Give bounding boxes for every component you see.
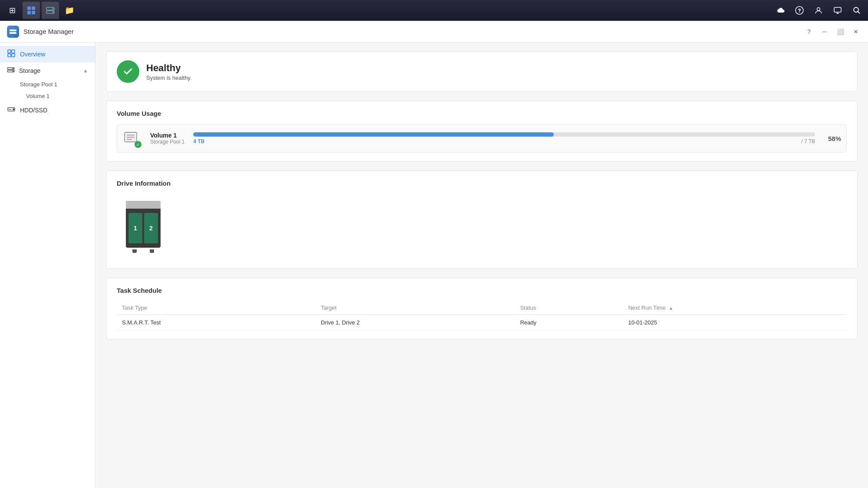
task-schedule-title: Task Schedule: [117, 287, 847, 294]
storage-icon: [7, 66, 15, 75]
health-description: System is healthy.: [146, 75, 192, 81]
table-row: S.M.A.R.T. Test Drive 1, Drive 2 Ready 1…: [117, 315, 847, 331]
nas-top: [126, 201, 161, 209]
svg-rect-22: [8, 54, 11, 57]
svg-rect-34: [127, 139, 132, 140]
col-task-type: Task Type: [117, 301, 316, 315]
volume-row: ✓ Volume 1 Storage Pool 1 4 TB /: [117, 124, 847, 153]
volume-usage-title: Volume Usage: [117, 110, 847, 117]
sidebar-item-volume-1[interactable]: Volume 1: [0, 90, 95, 102]
sidebar-item-overview[interactable]: Overview: [0, 46, 95, 62]
maximize-button[interactable]: ⬜: [835, 26, 845, 37]
storage-label: Storage: [19, 67, 40, 74]
svg-point-10: [817, 8, 820, 11]
taskbar: ⊞ 📁: [0, 0, 868, 21]
taskbar-app-files[interactable]: [23, 2, 40, 19]
drive-info-title: Drive Information: [117, 180, 847, 187]
volume-used: 4 TB: [193, 138, 204, 144]
taskbar-app-folder[interactable]: 📁: [61, 2, 78, 19]
svg-rect-1: [32, 7, 35, 10]
app-logo: [7, 26, 19, 38]
health-text: Healthy System is healthy.: [146, 62, 192, 81]
svg-point-7: [53, 12, 54, 13]
svg-rect-11: [834, 7, 841, 12]
overview-icon: [7, 49, 16, 59]
help-button[interactable]: ?: [804, 26, 814, 37]
storage-arrow-icon: ▲: [83, 68, 88, 74]
svg-rect-2: [27, 11, 31, 14]
drive-information-card: Drive Information 1 2: [106, 170, 858, 269]
health-icon: [117, 60, 139, 83]
health-status: Healthy: [146, 62, 192, 74]
taskbar-user-icon[interactable]: [811, 3, 826, 18]
svg-rect-3: [32, 11, 35, 14]
volume-check-icon: ✓: [135, 141, 141, 148]
drive-visual: 1 2: [117, 194, 847, 260]
svg-line-15: [858, 12, 860, 14]
svg-point-26: [13, 68, 13, 69]
svg-point-29: [13, 109, 14, 110]
nas-case: 1 2: [124, 201, 163, 253]
progress-labels: 4 TB / 7 TB: [193, 138, 815, 144]
drive-bay-1: 1: [128, 213, 142, 243]
nas-body: 1 2: [126, 209, 161, 248]
svg-point-19: [15, 33, 16, 33]
nas-feet: [126, 249, 161, 253]
overview-label: Overview: [20, 51, 45, 58]
svg-rect-23: [12, 54, 15, 57]
nas-foot-right: [150, 249, 154, 253]
svg-point-6: [53, 8, 54, 10]
drive-bay-2: 2: [144, 213, 158, 243]
taskbar-display-icon[interactable]: [830, 3, 845, 18]
cell-task-type: S.M.A.R.T. Test: [117, 315, 316, 331]
sort-arrow-icon: ▲: [669, 306, 673, 311]
minimize-button[interactable]: ─: [819, 26, 830, 37]
app-title: Storage Manager: [23, 28, 74, 35]
title-bar-controls: ? ─ ⬜ ✕: [804, 26, 861, 37]
content-area: Healthy System is healthy. Volume Usage: [95, 43, 868, 488]
volume-percent: 58%: [824, 135, 841, 142]
table-header-row: Task Type Target Status Next Run Time ▲: [117, 301, 847, 315]
svg-rect-0: [27, 7, 31, 10]
svg-point-18: [15, 30, 16, 31]
volume-usage-card: Volume Usage ✓ Volume 1 Storage Pool: [106, 101, 858, 162]
sidebar-item-hdd-ssd[interactable]: HDD/SSD: [0, 102, 95, 118]
taskbar-cloud-icon[interactable]: [773, 3, 788, 18]
col-next-run-time[interactable]: Next Run Time ▲: [623, 301, 847, 315]
nas-foot-left: [132, 249, 137, 253]
progress-bar: [193, 132, 815, 137]
sidebar-item-storage[interactable]: Storage ▲: [0, 62, 95, 79]
svg-rect-32: [127, 134, 135, 136]
volume-pool-name: Storage Pool 1: [150, 139, 184, 145]
taskbar-search-icon[interactable]: [849, 3, 865, 18]
volume-total: / 7 TB: [801, 138, 815, 144]
svg-point-14: [854, 7, 858, 12]
svg-rect-20: [8, 50, 11, 53]
task-table: Task Type Target Status Next Run Time ▲: [117, 301, 847, 331]
sidebar: Overview Storage ▲ Storage Pool 1: [0, 43, 95, 488]
taskbar-notification-icon[interactable]: [792, 3, 807, 18]
progress-fill: [193, 132, 554, 137]
svg-rect-33: [127, 137, 135, 138]
cell-target: Drive 1, Drive 2: [316, 315, 515, 331]
hdd-ssd-label: HDD/SSD: [20, 107, 47, 114]
title-bar: Storage Manager ? ─ ⬜ ✕: [0, 21, 868, 43]
volume-info: Volume 1 Storage Pool 1: [150, 132, 184, 145]
cell-next-run-time: 10-01-2025: [623, 315, 847, 331]
svg-point-27: [13, 71, 13, 72]
col-target: Target: [316, 301, 515, 315]
taskbar-app-grid[interactable]: ⊞: [3, 2, 21, 19]
volume-name: Volume 1: [150, 132, 184, 139]
app-window: Storage Manager ? ─ ⬜ ✕ Overview: [0, 21, 868, 488]
sidebar-item-storage-pool-1[interactable]: Storage Pool 1: [0, 79, 95, 90]
hdd-icon: [7, 105, 16, 115]
volume-icon-wrap: ✓: [122, 129, 141, 148]
volume-bar-wrap: 4 TB / 7 TB: [193, 132, 815, 144]
taskbar-app-storage[interactable]: [42, 2, 59, 19]
health-card: Healthy System is healthy.: [106, 51, 858, 92]
taskbar-right-area: [773, 3, 865, 18]
task-schedule-card: Task Schedule Task Type Target Status: [106, 278, 858, 340]
svg-rect-21: [12, 50, 15, 53]
main-layout: Overview Storage ▲ Storage Pool 1: [0, 43, 868, 488]
close-button[interactable]: ✕: [851, 26, 861, 37]
